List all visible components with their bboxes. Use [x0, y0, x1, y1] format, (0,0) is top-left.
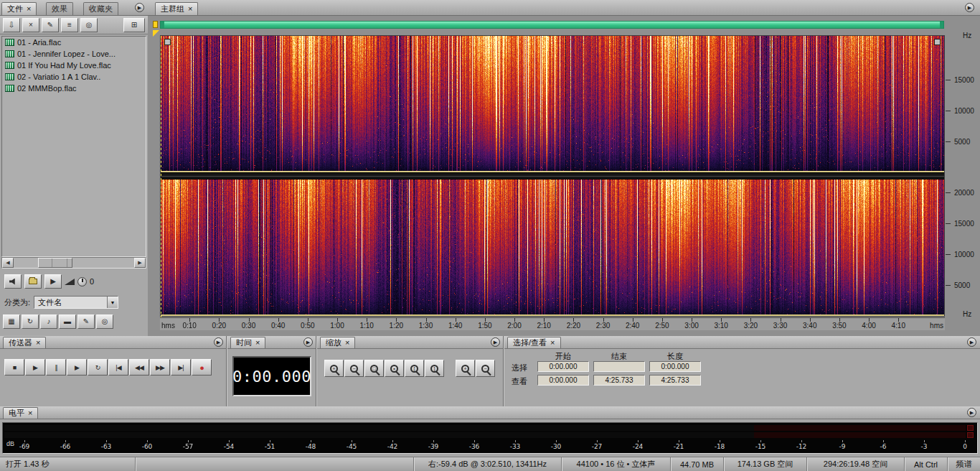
view-end-field[interactable]: 4:25.733 — [593, 375, 645, 386]
tab-transport[interactable]: 传送器 × — [3, 337, 46, 348]
spectrogram-left-channel[interactable] — [161, 36, 944, 172]
playhead-cursor[interactable] — [161, 36, 161, 317]
show-video-toggle[interactable]: ▬ — [59, 314, 76, 329]
scroll-track[interactable] — [14, 258, 134, 268]
tab-effects[interactable]: 效果 — [46, 2, 73, 15]
panel-menu-icon[interactable]: ▶ — [967, 408, 976, 417]
frequency-ruler[interactable]: Hz Hz 150001000050002000015000100005000 — [946, 32, 980, 333]
view-length-field[interactable]: 4:25.733 — [649, 375, 701, 386]
file-list-item[interactable]: 01 - Jennifer Lopez - Love... — [2, 48, 146, 60]
status-view-mode[interactable]: 频谱 — [947, 457, 980, 471]
zoom-out-vertical-button[interactable]: − — [476, 360, 495, 377]
panel-menu-icon[interactable]: ▶ — [491, 337, 500, 347]
file-list[interactable]: 01 - Aria.flac01 - Jennifer Lopez - Love… — [1, 36, 146, 257]
show-files-toggle[interactable]: ▦ — [3, 314, 20, 329]
time-display: 0:00.000 — [232, 356, 311, 396]
level-scale-number: -69 — [19, 443, 30, 450]
file-list-item[interactable]: 02 MMMBop.flac — [2, 83, 146, 94]
selection-marker[interactable] — [153, 21, 158, 28]
zoom-out-full-button[interactable]: □ — [364, 360, 384, 377]
spectral-handle-right[interactable] — [934, 39, 941, 45]
level-scale-number: -48 — [306, 443, 316, 450]
tab-files[interactable]: 文件 × — [1, 2, 37, 15]
file-list-item[interactable]: 01 - Aria.flac — [2, 37, 146, 48]
selection-marker-triangle[interactable] — [153, 30, 159, 37]
view-start-field[interactable]: 0:00.000 — [537, 375, 589, 386]
pause-button[interactable]: || — [46, 359, 66, 376]
insert-into-cd-button[interactable]: ◎ — [80, 18, 98, 32]
spectral-handle-left[interactable] — [164, 39, 171, 45]
panel-menu-icon[interactable]: ▶ — [135, 3, 144, 12]
tab-levels[interactable]: 电平 × — [3, 407, 38, 419]
frequency-tick — [946, 223, 951, 224]
file-list-item[interactable]: 02 - Variatio 1 A 1 Clav.. — [2, 71, 146, 83]
play-from-cursor-button[interactable]: ▶ — [67, 359, 87, 376]
insert-into-multitrack-button[interactable]: ≡ — [61, 18, 78, 32]
tab-main-group[interactable]: 主群组 × — [155, 2, 198, 15]
chevron-down-icon[interactable]: ▼ — [107, 297, 118, 308]
scroll-left-icon[interactable]: ◀ — [2, 258, 14, 268]
scroll-right-icon[interactable]: ▶ — [134, 258, 146, 268]
zoom-to-selection-button[interactable]: ▪ — [385, 360, 404, 377]
panel-menu-icon[interactable]: ▶ — [214, 337, 223, 347]
close-icon[interactable]: × — [550, 339, 555, 347]
level-meters[interactable]: dB -69-66-63-60-57-54-51-48-45-42-39-36-… — [2, 422, 978, 454]
close-icon[interactable]: × — [345, 339, 349, 347]
auto-play-toggle[interactable] — [4, 274, 22, 289]
close-icon[interactable]: × — [36, 339, 40, 347]
close-icon[interactable]: × — [188, 5, 192, 13]
selection-start-field[interactable]: 0:00.000 — [537, 361, 589, 372]
zoom-in-vertical-button[interactable]: + — [456, 360, 475, 377]
file-list-item[interactable]: 01 If You Had My Love.flac — [2, 60, 146, 71]
audio-file-icon — [5, 39, 14, 46]
sort-dropdown[interactable]: 文件名 ▼ — [34, 296, 118, 309]
preview-play-button[interactable]: ▶ — [44, 274, 62, 289]
zoom-in-horizontal-button[interactable]: + — [324, 360, 344, 377]
loop-play-button[interactable]: ↻ — [88, 359, 108, 376]
spectrogram-right-channel[interactable] — [161, 179, 944, 316]
import-file-button[interactable]: ⇩ — [3, 18, 20, 32]
scroll-thumb[interactable] — [38, 258, 72, 268]
file-list-horizontal-scrollbar[interactable]: ◀ ▶ — [1, 257, 146, 269]
show-loops-toggle[interactable]: ↻ — [22, 314, 39, 329]
clip-indicator-right[interactable] — [967, 432, 974, 438]
close-file-button[interactable]: × — [22, 18, 39, 32]
panel-menu-icon[interactable]: ▶ — [967, 337, 976, 347]
close-icon[interactable]: × — [27, 5, 31, 13]
play-button[interactable]: ▶ — [25, 359, 45, 376]
clip-indicator-left[interactable] — [967, 425, 974, 431]
go-to-end-button[interactable]: ▶| — [171, 359, 191, 376]
rewind-button[interactable]: ◀◀ — [129, 359, 149, 376]
panel-menu-icon[interactable]: ▶ — [303, 337, 313, 347]
go-to-beginning-button[interactable]: |◀ — [108, 359, 128, 376]
edit-file-button[interactable]: ✎ — [42, 18, 59, 32]
close-icon[interactable]: × — [255, 339, 260, 347]
file-options-button[interactable]: ⊞ — [123, 18, 145, 32]
selection-length-field[interactable]: 0:00.000 — [649, 361, 701, 372]
zoom-in-right-edge-button[interactable]: ] — [425, 360, 444, 377]
preview-volume-knob[interactable] — [77, 277, 87, 286]
timeline-ruler[interactable]: hms hms 0:100:200:300:400:501:001:101:20… — [160, 317, 945, 330]
zoom-out-horizontal-button[interactable]: − — [344, 360, 364, 377]
tab-selection-view[interactable]: 选择/查看 × — [507, 337, 561, 348]
stop-button[interactable]: ■ — [4, 359, 24, 376]
fast-forward-button[interactable]: ▶▶ — [150, 359, 170, 376]
tab-time[interactable]: 时间 × — [230, 337, 265, 348]
close-icon[interactable]: × — [28, 409, 32, 417]
zoom-in-left-edge-button[interactable]: [ — [405, 360, 424, 377]
selection-end-field[interactable] — [593, 361, 645, 372]
show-markers-toggle[interactable]: ✎ — [77, 314, 95, 329]
follow-session-toggle[interactable] — [24, 274, 42, 289]
frequency-unit-label: Hz — [963, 32, 971, 39]
panel-menu-icon[interactable]: ▶ — [965, 3, 974, 12]
record-button[interactable]: ● — [192, 359, 212, 376]
level-scale-number: -9 — [839, 443, 846, 450]
folder-icon — [29, 279, 37, 284]
spectral-display[interactable] — [160, 35, 945, 317]
frequency-label: 15000 — [954, 220, 974, 228]
tab-favorites[interactable]: 收藏夹 — [83, 2, 118, 15]
tab-zoom[interactable]: 缩放 × — [320, 337, 355, 348]
view-range-bar[interactable] — [160, 21, 944, 29]
show-audio-toggle[interactable]: ♪ — [40, 314, 57, 329]
show-cd-toggle[interactable]: ◎ — [96, 314, 113, 329]
